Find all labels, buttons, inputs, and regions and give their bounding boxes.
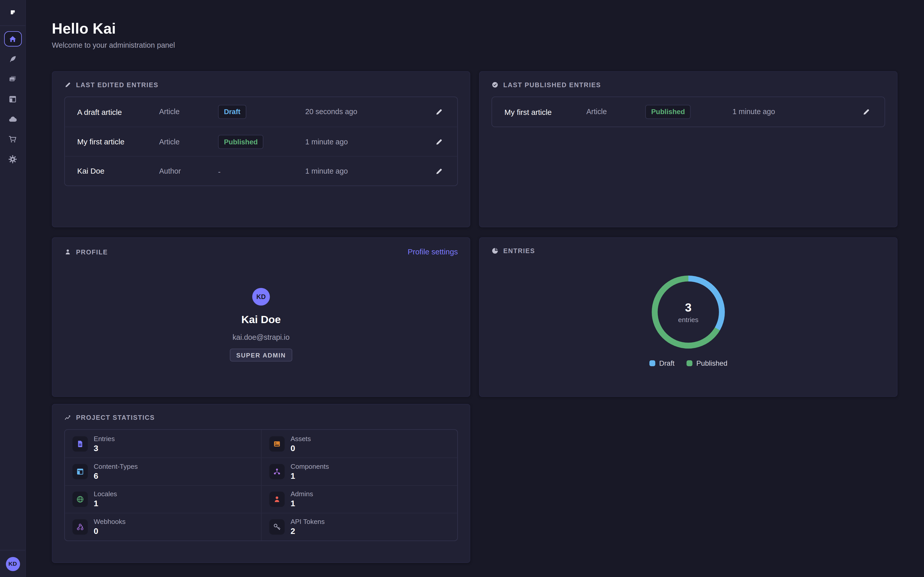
- logo-container: [0, 0, 26, 26]
- stat-icon-tile: [73, 519, 88, 535]
- stat-label: Webhooks: [94, 518, 126, 525]
- person-icon: [64, 248, 71, 255]
- sidebar-item-deploy[interactable]: [4, 111, 21, 127]
- sidebar-item-marketplace[interactable]: [4, 131, 21, 147]
- edit-pencil-icon[interactable]: [862, 108, 871, 116]
- entry-status: Draft: [218, 105, 305, 119]
- stat-value: 3: [94, 443, 115, 453]
- stat-icon-tile: [269, 436, 284, 451]
- sidebar-item-content-manager[interactable]: [4, 51, 21, 67]
- status-badge: Published: [645, 105, 691, 119]
- card-title: LAST EDITED ENTRIES: [76, 81, 158, 89]
- status-badge: Draft: [218, 105, 246, 119]
- donut-total-label: entries: [678, 316, 698, 323]
- last-edited-table: A draft article Article Draft 20 seconds…: [64, 97, 458, 186]
- card-title: PROFILE: [76, 248, 108, 255]
- stat-value: 1: [291, 499, 313, 508]
- entry-status: -: [218, 166, 305, 176]
- layout-icon: [76, 467, 84, 476]
- user-avatar[interactable]: KD: [6, 557, 20, 571]
- entry-status: Published: [645, 105, 733, 119]
- table-row: My first article Article Published 1 min…: [492, 97, 884, 127]
- sidebar: KD: [0, 0, 26, 577]
- legend-label: Draft: [659, 359, 675, 367]
- entry-time: 1 minute ago: [733, 108, 847, 116]
- pie-icon: [491, 247, 499, 255]
- table-row: Kai Doe Author - 1 minute ago: [65, 156, 457, 185]
- table-row: A draft article Article Draft 20 seconds…: [65, 97, 457, 127]
- legend-item: Published: [687, 359, 727, 367]
- entries-donut-chart: 3 entries: [652, 276, 725, 348]
- gear-icon: [8, 155, 17, 163]
- entry-type: Author: [159, 167, 218, 175]
- stat-icon-tile: [269, 492, 284, 507]
- status-empty: -: [218, 167, 220, 176]
- stat-assets: Assets 0: [261, 430, 457, 458]
- sidebar-nav: [4, 31, 21, 167]
- stat-icon-tile: [73, 464, 88, 479]
- stat-value: 0: [94, 527, 126, 536]
- stat-entries: Entries 3: [65, 430, 261, 458]
- cart-icon: [8, 135, 17, 143]
- stat-label: Content-Types: [94, 463, 138, 470]
- home-icon: [8, 34, 17, 43]
- last-edited-card: LAST EDITED ENTRIES A draft article Arti…: [52, 71, 470, 227]
- stat-webhooks: Webhooks 0: [65, 513, 261, 541]
- components-icon: [273, 467, 281, 476]
- edit-pencil-icon[interactable]: [435, 167, 443, 175]
- edit-pencil-icon[interactable]: [435, 108, 443, 116]
- stat-content-types: Content-Types 6: [65, 458, 261, 485]
- edit-pencil-icon[interactable]: [435, 137, 443, 146]
- card-title: ENTRIES: [503, 247, 535, 255]
- page-title: Hello Kai: [52, 20, 898, 37]
- entry-type: Article: [586, 108, 645, 116]
- entry-title: A draft article: [77, 108, 159, 116]
- globe-icon: [76, 495, 84, 503]
- stat-label: Assets: [291, 435, 311, 442]
- cloud-icon: [8, 114, 17, 123]
- entries-card: ENTRIES 3 entries Draft Published: [479, 237, 898, 397]
- card-title: LAST PUBLISHED ENTRIES: [503, 81, 601, 89]
- profile-avatar: KD: [252, 288, 270, 306]
- sidebar-item-home[interactable]: [4, 31, 21, 47]
- key-icon: [273, 523, 281, 531]
- project-statistics-card: PROJECT STATISTICS Entries 3 Assets 0 Co…: [52, 404, 470, 563]
- document-icon: [76, 440, 84, 448]
- stat-value: 6: [94, 471, 138, 480]
- sidebar-item-content-type-builder[interactable]: [4, 91, 21, 107]
- profile-name: Kai Doe: [241, 314, 281, 326]
- page-subtitle: Welcome to your administration panel: [52, 41, 898, 50]
- sidebar-item-media-library[interactable]: [4, 71, 21, 87]
- strapi-admin-home: KD Hello Kai Welcome to your administrat…: [0, 0, 924, 577]
- feather-icon: [8, 54, 17, 63]
- user-icon: [273, 495, 281, 503]
- entry-type: Article: [159, 137, 218, 146]
- strapi-logo[interactable]: [6, 6, 20, 20]
- trend-icon: [64, 414, 71, 421]
- status-badge: Published: [218, 135, 263, 149]
- stat-icon-tile: [73, 492, 88, 507]
- stat-label: API Tokens: [291, 518, 325, 525]
- last-published-table: My first article Article Published 1 min…: [491, 97, 885, 127]
- profile-email: kai.doe@strapi.io: [233, 333, 289, 341]
- entry-title: Kai Doe: [77, 167, 159, 176]
- legend-label: Published: [696, 359, 727, 367]
- legend-swatch: [687, 360, 692, 366]
- check-circle-icon: [491, 81, 499, 89]
- entry-title: My first article: [77, 137, 159, 146]
- stat-components: Components 1: [261, 458, 457, 485]
- main-content: Hello Kai Welcome to your administration…: [26, 0, 924, 577]
- entry-type: Article: [159, 108, 218, 116]
- sidebar-footer: KD: [0, 550, 26, 577]
- entry-time: 1 minute ago: [305, 137, 419, 146]
- webhook-icon: [76, 523, 84, 531]
- stat-locales: Locales 1: [65, 485, 261, 513]
- donut-total: 3: [685, 301, 692, 314]
- stat-value: 0: [291, 443, 311, 453]
- profile-settings-link[interactable]: Profile settings: [407, 247, 458, 256]
- profile-role-badge: SUPER ADMIN: [230, 348, 292, 362]
- stat-value: 1: [94, 499, 117, 508]
- entry-time: 1 minute ago: [305, 167, 419, 175]
- stat-value: 1: [291, 471, 329, 480]
- sidebar-item-settings[interactable]: [4, 151, 21, 167]
